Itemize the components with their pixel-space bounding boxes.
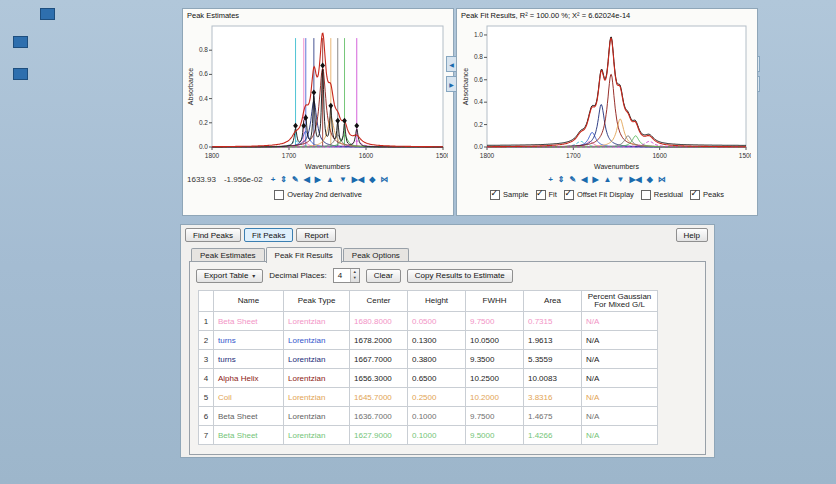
- window-control-button-3[interactable]: [13, 68, 28, 80]
- collapse-icon[interactable]: ▶◀: [352, 175, 364, 185]
- tab-peak-options[interactable]: Peak Options: [343, 248, 409, 262]
- decimal-places-label: Decimal Places:: [269, 271, 326, 280]
- svg-text:0.8: 0.8: [474, 53, 483, 60]
- table-row[interactable]: 5CoilLorentzian1645.70000.250010.20003.8…: [199, 388, 658, 407]
- edit-icon[interactable]: ✎: [570, 175, 577, 185]
- checkbox-sample[interactable]: Sample: [490, 190, 528, 200]
- svg-text:1700: 1700: [282, 152, 297, 159]
- decimal-places-spinner[interactable]: 4 ▲ ▼: [333, 268, 360, 283]
- pan-up-icon[interactable]: ▲: [326, 175, 334, 185]
- spinner-down-icon[interactable]: ▼: [351, 275, 359, 281]
- diamond-icon[interactable]: ◆: [647, 175, 653, 185]
- report-button[interactable]: Report: [296, 228, 336, 242]
- pan-left-icon[interactable]: ◀: [304, 175, 310, 185]
- pan-up-icon[interactable]: ▲: [604, 175, 612, 185]
- cell-fwhh: 10.2000: [466, 388, 524, 407]
- pan-right-icon[interactable]: ▶: [315, 175, 321, 185]
- svg-text:0.0: 0.0: [474, 143, 483, 150]
- cell-peak-type: Lorentzian: [284, 312, 350, 331]
- svg-text:1800: 1800: [205, 152, 220, 159]
- checkbox-box: [641, 190, 651, 200]
- cell-num: 1: [199, 312, 214, 331]
- pan-left-icon[interactable]: ◀: [581, 175, 587, 185]
- checkbox-peaks[interactable]: Peaks: [690, 190, 724, 200]
- pan-down-icon[interactable]: ▼: [616, 175, 624, 185]
- window-control-button-1[interactable]: [40, 8, 55, 20]
- bowtie-icon[interactable]: ⋈: [380, 175, 388, 185]
- cell-num: 5: [199, 388, 214, 407]
- svg-text:0.2: 0.2: [474, 121, 483, 128]
- tab-peak-fit-results[interactable]: Peak Fit Results: [266, 247, 342, 263]
- table-row[interactable]: 7Beta SheetLorentzian1627.90000.10009.50…: [199, 426, 658, 445]
- zoom-vertical-icon[interactable]: ⇕: [280, 175, 287, 185]
- copy-results-button[interactable]: Copy Results to Estimate: [407, 269, 513, 283]
- col-header-center: Center: [350, 291, 408, 312]
- svg-text:Wavenumbers: Wavenumbers: [594, 163, 639, 170]
- cell-percent-gaussian: N/A: [582, 369, 658, 388]
- left-chart-toolbar: 1633.93 -1.956e-02 +⇕✎◀▶▲▼▶◀◆⋈: [183, 171, 453, 188]
- cell-area: 3.8316: [524, 388, 582, 407]
- cell-num: 4: [199, 369, 214, 388]
- edit-icon[interactable]: ✎: [292, 175, 299, 185]
- table-row[interactable]: 4Alpha HelixLorentzian1656.30000.650010.…: [199, 369, 658, 388]
- checkbox-offset-fit-display[interactable]: Offset Fit Display: [564, 190, 634, 200]
- right-panel-title: Peak Fit Results, R² = 100.00 %; X² = 6.…: [457, 9, 757, 21]
- checkbox-box: [490, 190, 500, 200]
- help-button[interactable]: Help: [676, 228, 708, 242]
- pan-icon[interactable]: +: [271, 175, 276, 185]
- cell-name: Beta Sheet: [214, 426, 284, 445]
- find-peaks-button[interactable]: Find Peaks: [185, 228, 241, 242]
- svg-text:0.4: 0.4: [199, 95, 208, 102]
- svg-text:0.6: 0.6: [199, 70, 208, 77]
- cell-percent-gaussian: N/A: [582, 312, 658, 331]
- overlay-2nd-derivative-checkbox[interactable]: Overlay 2nd derivative: [274, 190, 362, 200]
- cell-fwhh: 9.7500: [466, 312, 524, 331]
- checkbox-box: [274, 190, 284, 200]
- pan-down-icon[interactable]: ▼: [339, 175, 347, 185]
- cell-height: 0.1000: [408, 426, 466, 445]
- right-chart-toolbar-icons: +⇕✎◀▶▲▼▶◀◆⋈: [548, 175, 666, 185]
- results-table-toolbar: Export Table ▾ Decimal Places: 4 ▲ ▼ Cle…: [196, 268, 513, 283]
- checkbox-box: [564, 190, 574, 200]
- bowtie-icon[interactable]: ⋈: [658, 175, 666, 185]
- checkbox-fit[interactable]: Fit: [536, 190, 557, 200]
- collapse-icon[interactable]: ▶◀: [629, 175, 641, 185]
- clear-button[interactable]: Clear: [366, 269, 401, 283]
- peak-fit-results-chart[interactable]: 18001700160015000.00.20.40.60.81.0Wavenu…: [461, 21, 751, 171]
- cell-height: 0.1000: [408, 407, 466, 426]
- pan-right-icon[interactable]: ▶: [592, 175, 598, 185]
- cell-num: 3: [199, 350, 214, 369]
- cell-name: Coil: [214, 388, 284, 407]
- cell-peak-type: Lorentzian: [284, 407, 350, 426]
- export-table-button[interactable]: Export Table ▾: [196, 269, 263, 283]
- window-control-button-2[interactable]: [13, 36, 28, 48]
- svg-text:Wavenumbers: Wavenumbers: [305, 163, 350, 170]
- cell-peak-type: Lorentzian: [284, 331, 350, 350]
- cell-center: 1667.7000: [350, 350, 408, 369]
- left-chart-toolbar-icons: +⇕✎◀▶▲▼▶◀◆⋈: [271, 175, 389, 185]
- caret-down-icon: ▾: [252, 272, 255, 279]
- zoom-vertical-icon[interactable]: ⇕: [558, 175, 565, 185]
- svg-text:Absorbance: Absorbance: [462, 68, 469, 105]
- pan-icon[interactable]: +: [548, 175, 553, 185]
- cell-fwhh: 10.2500: [466, 369, 524, 388]
- cell-area: 1.9613: [524, 331, 582, 350]
- peak-estimates-chart[interactable]: 18001700160015000.00.20.40.60.8Wavenumbe…: [186, 21, 448, 171]
- right-display-checkboxes: SampleFitOffset Fit DisplayResidualPeaks: [457, 188, 757, 201]
- cell-height: 0.0500: [408, 312, 466, 331]
- checkbox-box: [690, 190, 700, 200]
- svg-text:0.4: 0.4: [474, 98, 483, 105]
- table-row[interactable]: 1Beta SheetLorentzian1680.80000.05009.75…: [199, 312, 658, 331]
- cell-percent-gaussian: N/A: [582, 426, 658, 445]
- diamond-icon[interactable]: ◆: [369, 175, 375, 185]
- cell-fwhh: 10.0500: [466, 331, 524, 350]
- checkbox-label: Sample: [503, 190, 528, 199]
- cell-height: 0.2500: [408, 388, 466, 407]
- tab-peak-estimates[interactable]: Peak Estimates: [191, 248, 265, 262]
- table-row[interactable]: 2turnsLorentzian1678.20000.130010.05001.…: [199, 331, 658, 350]
- table-row[interactable]: 6Beta SheetLorentzian1636.70000.10009.75…: [199, 407, 658, 426]
- fit-peaks-button[interactable]: Fit Peaks: [244, 228, 293, 242]
- col-header-percent-gaussian: Percent Gaussian For Mixed G/L: [582, 291, 658, 312]
- checkbox-residual[interactable]: Residual: [641, 190, 683, 200]
- table-row[interactable]: 3turnsLorentzian1667.70000.38009.35005.3…: [199, 350, 658, 369]
